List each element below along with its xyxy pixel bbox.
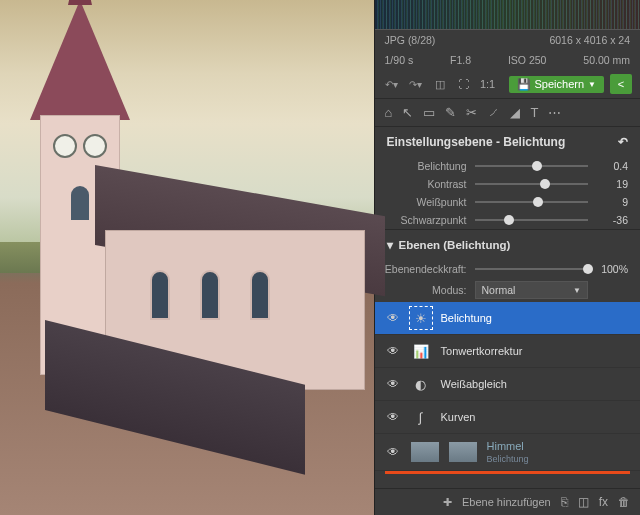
fx-icon[interactable]: fx (599, 495, 608, 509)
image-preview[interactable] (0, 0, 374, 515)
save-label: Speichern (535, 78, 585, 90)
visibility-icon[interactable]: 👁 (385, 445, 401, 459)
fit-icon[interactable]: ⛶ (455, 75, 473, 93)
marquee-icon[interactable]: ▭ (423, 105, 435, 120)
layers-list: 👁☀Belichtung👁📊Tonwertkorrektur👁◐Weißabgl… (375, 302, 640, 488)
blend-mode-select[interactable]: Normal ▼ (475, 281, 588, 299)
save-icon: 💾 (517, 78, 531, 91)
format: JPG (385, 34, 405, 46)
layer-label: Belichtung (441, 312, 492, 324)
layers-title: Ebenen (Belichtung) (399, 239, 511, 251)
slider-1[interactable] (475, 183, 588, 185)
chevron-down-icon: ▼ (573, 286, 581, 295)
layer-label: Weißabgleich (441, 378, 507, 390)
layer-icon: ◐ (411, 374, 431, 394)
side-panel: JPG (8/28) 6016 x 4016 x 24 1/90 s F1.8 … (374, 0, 640, 515)
visibility-icon[interactable]: 👁 (385, 344, 401, 358)
layer-item[interactable]: 👁📊Tonwertkorrektur (375, 335, 640, 368)
layer-item[interactable]: 👁☀Belichtung (375, 302, 640, 335)
pointer-icon[interactable]: ↖ (402, 105, 413, 120)
visibility-icon[interactable]: 👁 (385, 311, 401, 325)
brush-icon[interactable]: ⟋ (487, 105, 500, 120)
layer-item[interactable]: 👁∫Kurven (375, 401, 640, 434)
gradient-icon[interactable]: ◢ (510, 105, 520, 120)
slider-label: Kontrast (375, 178, 467, 190)
opacity-label: Ebenendeckkraft: (375, 263, 467, 275)
eyedropper-icon[interactable]: ✎ (445, 105, 456, 120)
redo-button[interactable]: ↷▾ (407, 75, 425, 93)
adjustment-title-row: Einstellungsebene - Belichtung ↶ (375, 127, 640, 157)
save-button[interactable]: 💾 Speichern ▼ (509, 76, 604, 93)
slider-label: Belichtung (375, 160, 467, 172)
chevron-down-icon: ▾ (387, 238, 393, 252)
histogram[interactable] (375, 0, 640, 30)
slider-2[interactable] (475, 201, 588, 203)
blend-mode-value: Normal (482, 284, 516, 296)
reset-icon[interactable]: ↶ (618, 135, 628, 149)
mode-label: Modus: (375, 284, 467, 296)
text-icon[interactable]: T (530, 105, 538, 120)
slider-value: -36 (596, 214, 628, 226)
slider-label: Weißpunkt (375, 196, 467, 208)
slider-value: 0.4 (596, 160, 628, 172)
add-layer-button[interactable]: Ebene hinzufügen (462, 496, 551, 508)
opacity-value: 100% (596, 263, 628, 275)
add-icon: ✚ (443, 496, 452, 509)
opacity-slider[interactable] (475, 268, 588, 270)
drop-indicator (385, 471, 630, 474)
iso: ISO 250 (508, 54, 547, 66)
layers-footer: ✚ Ebene hinzufügen ⎘ ◫ fx 🗑 (375, 488, 640, 515)
layer-icon: 📊 (411, 341, 431, 361)
trash-icon[interactable]: 🗑 (618, 495, 630, 509)
slider-0[interactable] (475, 165, 588, 167)
layer-item[interactable]: 👁HimmelBelichtung (375, 434, 640, 471)
adjustment-title: Einstellungsebene - Belichtung (387, 135, 566, 149)
layer-icon: ☀ (411, 308, 431, 328)
slider-label: Schwarzpunkt (375, 214, 467, 226)
undo-button[interactable]: ↶▾ (383, 75, 401, 93)
ratio-icon[interactable]: 1:1 (479, 75, 497, 93)
layer-label: Tonwertkorrektur (441, 345, 523, 357)
visibility-icon[interactable]: 👁 (385, 410, 401, 424)
slider-3[interactable] (475, 219, 588, 221)
dimensions: 6016 x 4016 x 24 (549, 34, 630, 46)
slider-value: 19 (596, 178, 628, 190)
action-toolbar: ↶▾ ↷▾ ◫ ⛶ 1:1 💾 Speichern ▼ < (375, 70, 640, 99)
slider-value: 9 (596, 196, 628, 208)
visibility-icon[interactable]: 👁 (385, 377, 401, 391)
layer-icon: ∫ (411, 407, 431, 427)
layer-label: Kurven (441, 411, 476, 423)
compare-icon[interactable]: ◫ (431, 75, 449, 93)
image-index: (8/28) (408, 34, 435, 46)
metadata-row-1: JPG (8/28) 6016 x 4016 x 24 (375, 30, 640, 50)
duplicate-icon[interactable]: ⎘ (561, 495, 568, 509)
mask-icon[interactable]: ◫ (578, 495, 589, 509)
layer-label: HimmelBelichtung (487, 440, 529, 464)
focal-length: 50.00 mm (583, 54, 630, 66)
shutter: 1/90 s (385, 54, 414, 66)
share-button[interactable]: < (610, 74, 632, 94)
layers-section-header[interactable]: ▾ Ebenen (Belichtung) (375, 229, 640, 260)
metadata-row-2: 1/90 s F1.8 ISO 250 50.00 mm (375, 50, 640, 70)
layer-item[interactable]: 👁◐Weißabgleich (375, 368, 640, 401)
tool-row: ⌂ ↖ ▭ ✎ ✂ ⟋ ◢ T ⋯ (375, 99, 640, 127)
aperture: F1.8 (450, 54, 471, 66)
layer-thumb-2 (449, 442, 477, 462)
layer-icon (411, 442, 439, 462)
more-icon[interactable]: ⋯ (548, 105, 561, 120)
crop-icon[interactable]: ✂ (466, 105, 477, 120)
home-icon[interactable]: ⌂ (385, 105, 393, 120)
chevron-down-icon: ▼ (588, 80, 596, 89)
